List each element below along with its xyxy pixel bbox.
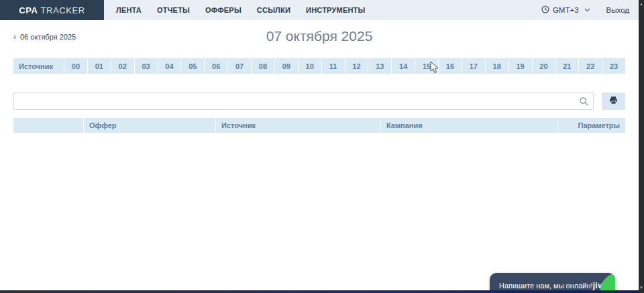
nav-item-otchety[interactable]: ОТЧЕТЫ xyxy=(157,6,190,14)
prev-day-label: 06 октября 2025 xyxy=(20,33,76,41)
main-menu: ЛЕНТА ОТЧЕТЫ ОФФЕРЫ ССЫЛКИ ИНСТРУМЕНТЫ xyxy=(116,0,365,20)
hour-col-00[interactable]: 00 xyxy=(64,58,88,74)
chat-message: Напишите нам, мы онлайн! xyxy=(490,282,593,290)
print-button[interactable] xyxy=(602,93,625,110)
hour-col-03[interactable]: 03 xyxy=(135,58,158,74)
hour-col-21[interactable]: 21 xyxy=(555,58,579,74)
report-col-empty xyxy=(13,118,84,133)
logo-tracker: TRACKER xyxy=(40,5,85,15)
hour-col-16[interactable]: 16 xyxy=(439,58,462,74)
nav-item-ssylki[interactable]: ССЫЛКИ xyxy=(257,6,290,14)
hour-col-23[interactable]: 23 xyxy=(602,58,625,74)
hour-col-22[interactable]: 22 xyxy=(579,58,602,74)
report-col-campaign[interactable]: Кампания xyxy=(381,118,558,133)
hours-header-row: Источник 00 01 02 03 04 05 06 07 08 09 1… xyxy=(13,58,625,74)
scroll-up-icon[interactable]: ▲ xyxy=(639,1,644,7)
hour-col-05[interactable]: 05 xyxy=(181,58,205,74)
vertical-scrollbar[interactable]: ▲ ▼ xyxy=(639,0,644,293)
report-col-source[interactable]: Источник xyxy=(216,118,381,133)
search-icon xyxy=(579,97,588,106)
hour-col-18[interactable]: 18 xyxy=(486,58,509,74)
hour-col-10[interactable]: 10 xyxy=(299,58,322,74)
chevron-down-icon xyxy=(584,7,590,13)
search-input[interactable] xyxy=(13,93,594,110)
hour-col-19[interactable]: 19 xyxy=(509,58,533,74)
timezone-label: GMT+3 xyxy=(553,6,579,14)
hour-col-01[interactable]: 01 xyxy=(88,58,111,74)
hour-col-07[interactable]: 07 xyxy=(228,58,252,74)
hour-col-12[interactable]: 12 xyxy=(345,58,369,74)
nav-item-lenta[interactable]: ЛЕНТА xyxy=(116,6,142,14)
hour-col-14[interactable]: 14 xyxy=(392,58,415,74)
timezone-selector[interactable]: GMT+3 xyxy=(541,4,590,16)
hour-col-13[interactable]: 13 xyxy=(368,58,392,74)
prev-day-link[interactable]: ‹ 06 октября 2025 xyxy=(13,32,76,42)
nav-item-offery[interactable]: ОФФЕРЫ xyxy=(205,6,241,14)
hour-col-20[interactable]: 20 xyxy=(533,58,556,74)
logo-cpa: CPA xyxy=(19,5,38,15)
nav-item-instrumenty[interactable]: ИНСТРУМЕНТЫ xyxy=(306,6,365,14)
hours-col-source[interactable]: Источник xyxy=(13,58,64,74)
report-col-params[interactable]: Параметры xyxy=(558,118,625,133)
hour-col-06[interactable]: 06 xyxy=(205,58,228,74)
hour-col-08[interactable]: 08 xyxy=(252,58,275,74)
logout-button[interactable]: Выход xyxy=(606,6,629,14)
printer-icon xyxy=(609,96,618,107)
chevron-left-icon: ‹ xyxy=(13,32,16,42)
report-header-row: Оффер Источник Кампания Параметры xyxy=(13,118,625,133)
hour-col-15[interactable]: 15 xyxy=(415,58,439,74)
page-title: 07 октября 2025 xyxy=(0,20,639,44)
report-col-offer[interactable]: Оффер xyxy=(84,118,216,133)
hour-col-09[interactable]: 09 xyxy=(275,58,299,74)
search-toolbar xyxy=(13,93,625,110)
hour-col-17[interactable]: 17 xyxy=(462,58,486,74)
hour-col-02[interactable]: 02 xyxy=(111,58,135,74)
date-nav: ‹ 06 октября 2025 07 октября 2025 xyxy=(0,20,639,52)
hour-col-04[interactable]: 04 xyxy=(158,58,182,74)
bottom-edge-bar xyxy=(0,290,644,293)
scroll-down-icon[interactable]: ▼ xyxy=(639,284,644,291)
page: CPA TRACKER ЛЕНТА ОТЧЕТЫ ОФФЕРЫ ССЫЛКИ И… xyxy=(0,0,644,293)
top-navbar: CPA TRACKER ЛЕНТА ОТЧЕТЫ ОФФЕРЫ ССЫЛКИ И… xyxy=(0,0,639,20)
app-logo[interactable]: CPA TRACKER xyxy=(0,0,104,20)
clock-icon xyxy=(541,4,549,16)
hour-col-11[interactable]: 11 xyxy=(322,58,345,74)
